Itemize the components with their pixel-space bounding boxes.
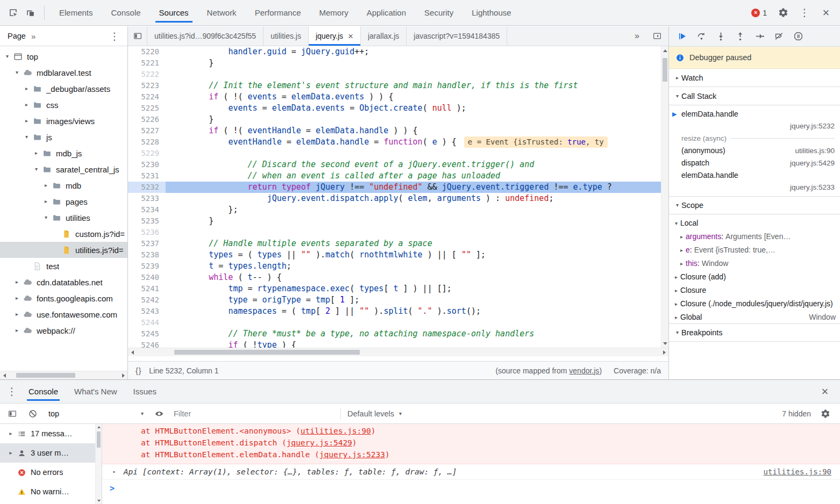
line-number[interactable]: 5223	[128, 80, 166, 91]
console-sidebar-toggle-icon[interactable]	[5, 407, 19, 421]
console-filter-no-errors[interactable]: No errors	[0, 463, 102, 482]
expander-icon[interactable]: ▸	[678, 234, 686, 240]
console-prompt[interactable]: >	[102, 480, 840, 504]
scroll-up-button[interactable]	[661, 46, 669, 55]
step-over-icon[interactable]	[692, 28, 711, 45]
tab-security[interactable]: Security	[415, 0, 462, 25]
tree-item-utilities-js-id[interactable]: utilities.js?id=	[0, 242, 127, 258]
settings-gear-icon[interactable]	[774, 4, 792, 21]
expander-icon[interactable]: ▸	[673, 75, 681, 81]
device-toolbar-icon[interactable]	[22, 4, 39, 21]
expander-icon[interactable]: ▸	[6, 450, 15, 456]
expander-icon[interactable]: ▸	[23, 86, 31, 91]
call-stack-frame-dispatch[interactable]: dispatchjquery.js:5429	[669, 157, 840, 169]
tab-network[interactable]: Network	[198, 0, 246, 25]
expander-icon[interactable]: ▾	[23, 134, 31, 140]
clear-console-icon[interactable]	[26, 407, 40, 421]
tab-console[interactable]: Console	[102, 0, 150, 25]
log-source-link[interactable]: utilities.js:90	[753, 467, 831, 476]
expander-icon[interactable]: ▸	[672, 275, 680, 280]
expander-icon[interactable]: ▾	[3, 54, 11, 59]
panel-toggle-icon[interactable]	[646, 26, 668, 46]
expander-icon[interactable]: ▸	[42, 199, 50, 204]
scope-section-closure-add[interactable]: ▸Closure (add)	[669, 270, 840, 284]
frame-location[interactable]: jquery.js:5232	[672, 121, 835, 131]
line-number[interactable]: 5241	[128, 283, 166, 294]
console-log-entry[interactable]: ▸ _Api [context: Array(1), selector: {…}…	[102, 464, 840, 480]
expander-icon[interactable]: ▾	[13, 70, 21, 75]
scrollbar-track[interactable]	[661, 55, 668, 339]
scrollbar-thumb[interactable]	[16, 373, 75, 378]
line-number[interactable]: 5238	[128, 249, 166, 261]
tab-memory[interactable]: Memory	[310, 0, 358, 25]
log-levels-selector[interactable]: Default levels ▾	[347, 409, 402, 418]
tree-item-custom-js-id[interactable]: custom.js?id=	[0, 226, 127, 242]
line-number[interactable]: 5228	[128, 136, 166, 148]
line-number[interactable]: 5226	[128, 114, 166, 125]
tree-item-js[interactable]: ▾js	[0, 129, 127, 145]
line-number[interactable]: 5243	[128, 306, 166, 317]
line-number[interactable]: 5230	[128, 159, 166, 170]
tree-item-debugbar-assets[interactable]: ▸_debugbar/assets	[0, 81, 127, 97]
expander-icon[interactable]: ▸	[13, 296, 21, 301]
tab-sources[interactable]: Sources	[150, 0, 198, 25]
scrollbar-thumb[interactable]	[174, 350, 360, 355]
scope-section-header[interactable]: ▾ Scope	[669, 196, 840, 214]
expander-icon[interactable]: ▾	[32, 167, 40, 172]
line-number[interactable]: 5244	[128, 317, 166, 328]
tree-item-top[interactable]: ▾top	[0, 48, 127, 64]
line-number[interactable]: 5231	[128, 170, 166, 182]
tab-lighthouse[interactable]: Lighthouse	[462, 0, 520, 25]
expander-icon[interactable]: ▸	[672, 315, 680, 320]
tab-elements[interactable]: Elements	[50, 0, 102, 25]
expander-icon[interactable]: ▸	[23, 118, 31, 124]
close-devtools-icon[interactable]: ×	[817, 4, 835, 21]
expander-icon[interactable]: ▾	[673, 93, 681, 99]
scroll-up-button[interactable]	[96, 424, 102, 430]
scroll-left-button[interactable]	[128, 348, 137, 357]
console-filter-no-warnings[interactable]: No warnings	[0, 482, 102, 501]
step-icon[interactable]	[750, 28, 769, 45]
scope-variable-arguments[interactable]: ▸arguments:Arguments [Even…	[669, 230, 840, 243]
line-number[interactable]: 5232	[128, 182, 166, 193]
console-filter-3-user-messages[interactable]: ▸3 user messages	[0, 443, 102, 463]
editor-tab-utilities-js[interactable]: utilities.js	[264, 26, 309, 46]
tree-item-use-fontawesome-com[interactable]: ▸use.fontawesome.com	[0, 306, 127, 322]
line-number[interactable]: 5224	[128, 91, 166, 103]
live-expression-icon[interactable]	[152, 407, 166, 421]
tab-performance[interactable]: Performance	[246, 0, 310, 25]
scope-variable-this[interactable]: ▸this:Window	[669, 257, 840, 270]
line-number[interactable]: 5220	[128, 46, 166, 57]
tree-item-saratel-central-js[interactable]: ▾saratel_central_js	[0, 161, 127, 177]
stack-frame-link[interactable]: jquery.js:5233	[319, 450, 385, 459]
breakpoints-section-header[interactable]: ▾ Breakpoints	[669, 323, 840, 342]
scope-section-closure[interactable]: ▸Closure	[669, 284, 840, 297]
expander-icon[interactable]: ▾	[42, 215, 50, 220]
context-selector[interactable]: top ▾	[46, 409, 146, 418]
scroll-left-button[interactable]	[0, 371, 9, 380]
scope-variable-e[interactable]: ▸e:Event {isTrusted: true,…	[669, 243, 840, 257]
close-drawer-icon[interactable]: ×	[816, 383, 834, 400]
editor-tab-jquery-js[interactable]: jquery.js×	[309, 26, 361, 46]
expander-icon[interactable]: ▸	[678, 261, 686, 267]
call-stack-section-header[interactable]: ▾ Call Stack	[669, 87, 840, 105]
expander-icon[interactable]: ▸	[13, 279, 21, 285]
scrollbar-track[interactable]	[9, 371, 119, 379]
step-into-icon[interactable]	[711, 28, 730, 45]
more-options-icon[interactable]: ⋮	[796, 4, 813, 21]
call-stack-frame-elemdata-handle[interactable]: elemData.handlejquery.js:5233	[669, 169, 840, 193]
line-number[interactable]: 5242	[128, 294, 166, 306]
tree-item-webpack[interactable]: ▸webpack://	[0, 322, 127, 339]
resume-icon[interactable]	[672, 28, 692, 45]
expander-icon[interactable]: ▾	[673, 203, 681, 208]
pause-exceptions-icon[interactable]	[788, 28, 808, 45]
expander-icon[interactable]: ▸	[678, 248, 686, 253]
scroll-down-button[interactable]	[661, 339, 669, 348]
expander-icon[interactable]: ▸	[672, 288, 680, 293]
expander-icon[interactable]: ▸	[110, 469, 119, 474]
tree-item-mdb-js[interactable]: ▸mdb_js	[0, 145, 127, 161]
expander-icon[interactable]: ▾	[673, 330, 681, 335]
drawer-tab-issues[interactable]: Issues	[125, 380, 165, 403]
line-number[interactable]: 5227	[128, 125, 166, 136]
scroll-right-button[interactable]	[119, 371, 127, 380]
